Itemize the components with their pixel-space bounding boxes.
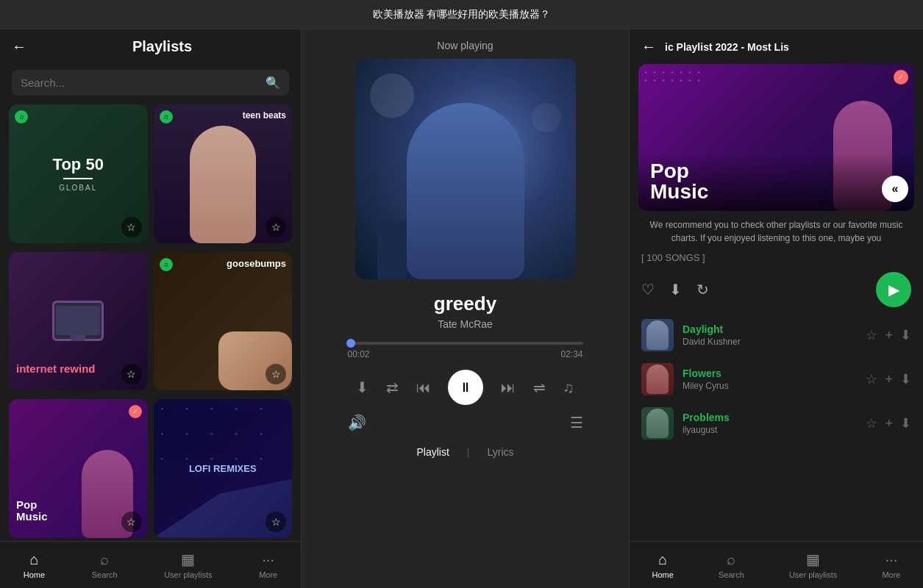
tab-lyrics[interactable]: Lyrics	[487, 446, 513, 461]
star-icon-lofi[interactable]: ☆	[266, 512, 286, 532]
shuffle-button[interactable]: ⇄	[386, 379, 399, 396]
playlist-card-lofi[interactable]: ●●●●● ●●●●● ●●●●● LOFI REMIXES ☆	[154, 399, 293, 538]
song-thumb-flowers	[641, 363, 674, 395]
next-button[interactable]: ⏭	[501, 379, 516, 396]
playlist-card-internet[interactable]: internet rewind ☆	[9, 252, 148, 391]
crossfade-button[interactable]: ⇌	[533, 379, 546, 396]
nav-home-label: Home	[24, 570, 45, 579]
featured-badge: ✓	[894, 70, 908, 85]
top50-global: GLOBAL	[53, 184, 104, 192]
prev-button[interactable]: ⏮	[416, 379, 431, 396]
nav-home-right[interactable]: ⌂ Home	[652, 551, 674, 579]
star-problems[interactable]: ☆	[866, 415, 877, 431]
nav-home-left[interactable]: ⌂ Home	[24, 551, 45, 579]
top-bar-text: 欧美播放器 有哪些好用的欧美播放器？	[373, 8, 551, 21]
add-daylight[interactable]: +	[885, 328, 893, 343]
star-flowers[interactable]: ☆	[866, 371, 877, 387]
download-button[interactable]: ⬇	[356, 379, 368, 396]
person-figure	[190, 126, 256, 243]
search-icon: 🔍	[266, 76, 280, 90]
subject-figure	[407, 103, 524, 279]
progress-bar[interactable]	[348, 342, 583, 345]
song-item-daylight[interactable]: Daylight David Kushner ☆ + ⬇	[635, 313, 917, 357]
download-problems[interactable]: ⬇	[900, 415, 911, 431]
star-icon-goose[interactable]: ☆	[266, 364, 286, 384]
download-flowers[interactable]: ⬇	[900, 371, 911, 387]
monitor-icon	[52, 301, 104, 341]
song-title-flowers: Flowers	[683, 368, 857, 379]
lofi-label: LOFI REMIXES	[189, 463, 257, 474]
total-time: 02:34	[560, 349, 582, 359]
spotify-icon-goose: ♫	[160, 258, 173, 271]
star-icon-pop[interactable]: ☆	[121, 512, 142, 532]
nav-userplaylists-right[interactable]: ▦ User playlists	[789, 551, 837, 579]
song-item-problems[interactable]: Problems ilyaugust ☆ + ⬇	[635, 401, 917, 445]
current-time: 00:02	[348, 349, 370, 359]
volume-button[interactable]: 🔊	[348, 414, 366, 431]
nav-more-left[interactable]: ··· More	[259, 551, 277, 579]
right-back-button[interactable]: ←	[641, 38, 656, 55]
track-artist: Tate McRae	[434, 318, 496, 330]
progress-fill	[348, 342, 351, 345]
like-button[interactable]: ♡	[641, 281, 655, 298]
repeat-button[interactable]: ↻	[696, 281, 709, 298]
player-controls-row2: 🔊 ☰	[348, 414, 583, 431]
dots-pattern: ××××××× ×××××××	[644, 70, 703, 83]
download-daylight[interactable]: ⬇	[900, 327, 911, 343]
left-back-button[interactable]: ←	[12, 38, 26, 55]
search-input[interactable]	[21, 76, 260, 89]
star-icon-internet[interactable]: ☆	[121, 364, 142, 384]
star-daylight[interactable]: ☆	[866, 327, 877, 343]
search-nav-icon: ⌕	[100, 551, 109, 568]
song-item-flowers[interactable]: Flowers Miley Cyrus ☆ + ⬇	[635, 357, 917, 401]
download-all-button[interactable]: ⬇	[669, 281, 682, 298]
star-icon-top50[interactable]: ☆	[121, 217, 142, 237]
chair-figure	[377, 220, 407, 279]
right-bottom-nav: ⌂ Home ⌕ Search ▦ User playlists ··· Mor…	[630, 541, 923, 588]
nav-search-left[interactable]: ⌕ Search	[92, 551, 118, 579]
bg-circle2	[532, 103, 561, 132]
songs-count: [ 100 SONGS ]	[630, 249, 923, 269]
add-problems[interactable]: +	[885, 416, 893, 431]
nav-userplaylists-label-right: User playlists	[789, 570, 837, 579]
playlist-card-top50[interactable]: ♫ Top 50 GLOBAL ☆	[9, 104, 148, 243]
nav-userplaylists-left[interactable]: ▦ User playlists	[164, 551, 212, 579]
nav-more-right[interactable]: ··· More	[882, 551, 900, 579]
center-panel: Now playing greedy Tate McRae	[302, 29, 629, 588]
pop-label: PopMusic	[16, 499, 48, 523]
playlists-nav-icon-right: ▦	[806, 551, 820, 568]
main-layout: ← Playlists 🔍 ♫ Top 50 GLOBAL ☆	[0, 29, 923, 588]
more-nav-icon: ···	[262, 551, 274, 568]
song-info-daylight: Daylight David Kushner	[683, 323, 857, 347]
add-flowers[interactable]: +	[885, 372, 893, 387]
featured-prev-button[interactable]: «	[882, 176, 908, 202]
play-pause-button[interactable]: ⏸	[448, 370, 483, 405]
song-actions-daylight: ☆ + ⬇	[866, 327, 911, 343]
playlist-card-goosebumps[interactable]: ♫ goosebumps ☆	[154, 252, 293, 391]
nav-search-label-right: Search	[719, 570, 744, 579]
tab-playlist[interactable]: Playlist	[416, 446, 449, 461]
badge-pop: ✓	[129, 405, 142, 418]
featured-title: PopMusic	[650, 161, 902, 202]
star-icon-teenbeats[interactable]: ☆	[266, 217, 286, 237]
left-panel: ← Playlists 🔍 ♫ Top 50 GLOBAL ☆	[0, 29, 302, 588]
track-title: greedy	[434, 293, 496, 315]
player-tabs: Playlist | Lyrics	[416, 446, 513, 461]
song-thumb-daylight	[641, 319, 674, 351]
top50-line	[63, 178, 93, 179]
playlist-card-teenbeats[interactable]: ♫ teen beats ☆	[154, 104, 293, 243]
player-controls-row1: ⬇ ⇄ ⏮ ⏸ ⏭ ⇌ ♫	[348, 370, 583, 405]
playlists-nav-icon: ▦	[181, 551, 195, 568]
play-all-button[interactable]: ▶	[876, 272, 911, 307]
nav-search-right[interactable]: ⌕ Search	[719, 551, 744, 579]
playlist-card-popmusic[interactable]: ✓ PopMusic ☆	[9, 399, 148, 538]
spotify-icon: ♫	[15, 110, 28, 123]
playlist-add-button[interactable]: ☰	[570, 414, 583, 431]
home-icon: ⌂	[29, 551, 38, 568]
song-title-problems: Problems	[683, 412, 857, 423]
featured-playlist-card[interactable]: ××××××× ××××××× ✓ PopMusic «	[638, 64, 914, 211]
top-bar: 欧美播放器 有哪些好用的欧美播放器？	[0, 0, 923, 29]
song-info-problems: Problems ilyaugust	[683, 412, 857, 435]
left-bottom-nav: ⌂ Home ⌕ Search ▦ User playlists ··· Mor…	[0, 541, 301, 588]
internet-label: internet rewind	[16, 362, 96, 376]
